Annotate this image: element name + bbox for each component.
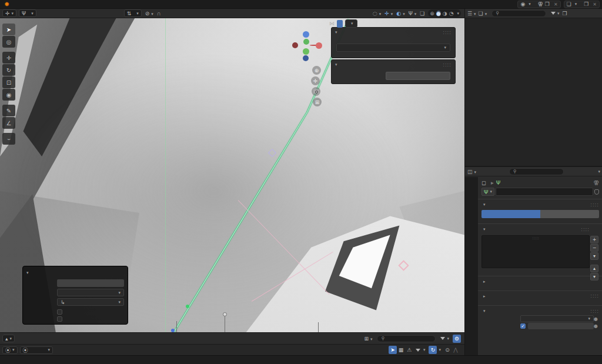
camera-view-icon[interactable] bbox=[312, 87, 320, 96]
thumbnail-size-icon[interactable]: ⊞▾ bbox=[364, 336, 372, 342]
snap-magnet-icon[interactable]: ∩ bbox=[157, 11, 161, 16]
gizmo-z-neg-axis[interactable] bbox=[303, 55, 309, 61]
zoom-icon[interactable]: ⊕ bbox=[312, 66, 321, 75]
blender-window: { "topbar": { "menus": ["ファイル", "編集", "レ… bbox=[0, 0, 602, 364]
transform-tool-button[interactable]: ◉ bbox=[2, 89, 15, 101]
orthographic-grid-icon[interactable]: ⊞ bbox=[313, 98, 322, 106]
gizmo-x-axis[interactable] bbox=[316, 42, 322, 49]
outliner-search[interactable]: ⚲ bbox=[491, 10, 546, 17]
axes-position-slider[interactable] bbox=[528, 323, 594, 329]
mirror-x-toggle[interactable] bbox=[337, 20, 343, 28]
dopesheet-editor-type-selector[interactable]: ⦿▾ bbox=[2, 346, 18, 354]
outliner-display-mode-icon[interactable]: ☰▾ bbox=[467, 11, 476, 16]
add-collection-button[interactable]: + bbox=[590, 236, 598, 243]
collapse-icon[interactable]: ▾ bbox=[26, 271, 29, 275]
asset-settings-gear-icon[interactable]: ⚙ bbox=[453, 335, 461, 343]
display-as-dropdown[interactable]: ▾ bbox=[520, 315, 594, 322]
pan-hand-icon[interactable]: ✛ bbox=[311, 76, 320, 85]
remove-collection-button[interactable]: − bbox=[590, 244, 598, 252]
move-tool-button[interactable]: ✛ bbox=[2, 52, 15, 64]
show-hidden-icon[interactable]: ▦ bbox=[397, 346, 405, 354]
new-view-layer-icon[interactable]: ❐ bbox=[584, 1, 588, 7]
collapse-icon[interactable]: ▾ bbox=[335, 62, 337, 67]
outliner-search-input[interactable] bbox=[501, 11, 542, 16]
angle-field[interactable] bbox=[57, 279, 124, 287]
easing-icon[interactable]: ⋀ bbox=[452, 346, 460, 354]
datablock-name-field[interactable] bbox=[496, 188, 593, 196]
mirror-edit-checkbox[interactable] bbox=[57, 309, 62, 315]
measure-tool-button[interactable]: ∠ bbox=[2, 117, 15, 129]
unlink-scene-icon[interactable]: ✕ bbox=[554, 2, 558, 7]
new-scene-icon[interactable]: ❐ bbox=[545, 1, 550, 7]
orientation-dropdown[interactable]: ↳▾ bbox=[57, 298, 124, 306]
axis-dropdown[interactable]: ▾ bbox=[57, 289, 124, 296]
scale-tool-button[interactable]: ⊡ bbox=[2, 76, 15, 88]
rotation-mode-dropdown[interactable]: ▾ bbox=[336, 44, 450, 52]
dopesheet-filter-funnel-icon[interactable] bbox=[416, 349, 420, 352]
gizmo-z-axis[interactable] bbox=[303, 31, 309, 38]
properties-search-input[interactable] bbox=[519, 169, 560, 175]
asset-search-input[interactable] bbox=[386, 336, 427, 342]
filter-funnel-icon[interactable] bbox=[551, 12, 556, 15]
solid-shading-icon[interactable]: ● bbox=[436, 11, 441, 16]
panel-grip[interactable]: :::: bbox=[443, 30, 452, 35]
list-resize-grip[interactable]: ::::: bbox=[482, 236, 589, 241]
axes-checkbox[interactable]: ✓ bbox=[520, 323, 526, 329]
gizmos-toggle-icon[interactable]: ✛▾ bbox=[384, 11, 393, 16]
rest-position-button[interactable] bbox=[540, 210, 599, 218]
orientation-selector[interactable]: ⇅▾ bbox=[124, 9, 142, 17]
new-collection-icon[interactable]: ❐ bbox=[563, 11, 567, 16]
proportional-edit-dopesheet-icon[interactable]: ⊙ bbox=[443, 346, 452, 354]
xray-toggle-icon[interactable]: ❏ bbox=[420, 11, 424, 16]
pose-options-dropdown[interactable]: ▾ bbox=[345, 19, 357, 28]
datablock-type-selector[interactable]: Ψ▾ bbox=[481, 188, 494, 196]
properties-options-icon[interactable]: ▾ bbox=[598, 169, 600, 174]
material-shading-icon[interactable]: ◑ bbox=[443, 11, 447, 16]
gizmo-x-neg-axis[interactable] bbox=[292, 42, 298, 48]
rendered-shading-icon[interactable]: ◔ bbox=[449, 11, 454, 16]
fake-user-shield-icon[interactable] bbox=[594, 189, 599, 195]
editor-type-selector[interactable]: ✛▾ bbox=[2, 9, 16, 17]
outliner-filter-id-icon[interactable]: ❏▾ bbox=[479, 11, 487, 16]
cursor-tool-button[interactable]: ◎ bbox=[2, 36, 15, 48]
breakdowner-tool-button[interactable]: ⌣ bbox=[2, 133, 15, 145]
pose-options-icon[interactable]: Ψ▾ bbox=[409, 11, 417, 16]
proportional-edit-checkbox[interactable] bbox=[57, 316, 62, 322]
overlays-toggle-icon[interactable]: ◐▾ bbox=[396, 11, 404, 16]
edit-value-button[interactable] bbox=[386, 72, 450, 80]
pose-position-button[interactable] bbox=[481, 210, 540, 218]
asset-filter-icon[interactable] bbox=[440, 337, 445, 340]
only-errors-icon[interactable]: ⚠ bbox=[405, 346, 413, 354]
asset-search[interactable]: ⚲ bbox=[377, 335, 436, 342]
asset-editor-type-selector[interactable]: ▴▾ bbox=[2, 335, 15, 342]
properties-search[interactable]: ⚲ bbox=[509, 168, 564, 175]
dopesheet-mode-selector[interactable]: ⦿▾ bbox=[20, 346, 53, 354]
pin-icon[interactable]: ⚢ bbox=[538, 1, 543, 7]
wireframe-shading-icon[interactable]: ⊕ bbox=[430, 11, 434, 16]
view-layer-selector[interactable]: ❏▾ ❐ ✕ bbox=[564, 1, 600, 8]
auto-snap-icon[interactable]: ↻ bbox=[429, 346, 437, 354]
move-up-button[interactable]: ▴ bbox=[590, 265, 598, 272]
properties-editor-icon[interactable]: ◫▾ bbox=[467, 169, 476, 175]
rotate-tool-button[interactable]: ↻ bbox=[2, 64, 15, 76]
only-selected-icon[interactable]: ➤ bbox=[389, 346, 397, 354]
tweak-tool-button[interactable]: ➤ bbox=[2, 24, 15, 35]
animate-dot[interactable]: ● bbox=[594, 323, 599, 329]
collection-specials-button[interactable]: ▾ bbox=[590, 252, 598, 260]
pin-icon[interactable]: ⚢ bbox=[593, 179, 599, 186]
scene-icon: ◉ bbox=[520, 1, 525, 7]
collapse-icon[interactable]: ▾ bbox=[335, 30, 337, 35]
properties-subpanel: ▾:::: bbox=[331, 59, 456, 84]
visibility-dropdown-icon[interactable]: ◌▾ bbox=[373, 11, 381, 16]
remove-view-layer-icon[interactable]: ✕ bbox=[593, 2, 597, 7]
proportional-edit-icon[interactable]: ⊘▾ bbox=[145, 11, 153, 16]
move-down-button[interactable]: ▾ bbox=[590, 273, 598, 280]
panel-grip[interactable]: :::: bbox=[443, 62, 452, 68]
animate-dot[interactable]: ● bbox=[594, 316, 599, 322]
blender-logo-icon[interactable]: ✹ bbox=[4, 1, 9, 8]
gizmo-y-axis[interactable] bbox=[303, 48, 309, 55]
annotate-tool-button[interactable]: ✎ bbox=[2, 105, 15, 116]
gizmo-y-neg-axis[interactable] bbox=[303, 39, 309, 45]
mode-selector[interactable]: Ψ▾ bbox=[19, 9, 36, 17]
scene-selector[interactable]: ◉▾ ⚢ ❐ ✕ bbox=[517, 1, 560, 8]
